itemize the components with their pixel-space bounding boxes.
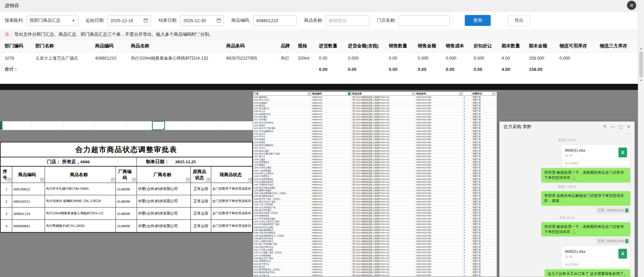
sheet-row[interactable]: 1010-世纪城店 408601210 先行320ml精典泰迪童心弹跳杯TD24…: [253, 116, 497, 118]
more-icon[interactable]: ⋯: [500, 132, 634, 137]
start-date-input[interactable]: 2025-12-15: [107, 15, 151, 26]
sheet-row[interactable]: 1006-春雷店 408601210 先行320ml精典泰迪童心弹跳杯TD24-…: [253, 104, 497, 107]
quoted-file[interactable]: 引用：6666(1).xlsx X: [596, 207, 630, 214]
sheet-row[interactable]: 1036-秀水月/麒龙城市广场店 408601210 先行320ml精典泰迪童心…: [253, 152, 497, 155]
sheet-row[interactable]: 1050-安龙栖北嘉苑店 408601210 先行320ml精典泰迪童心弹跳杯T…: [253, 181, 497, 183]
scroll-up-icon[interactable]: ▲: [638, 46, 644, 51]
scrollbar-thumb[interactable]: [639, 51, 643, 77]
sheet-row[interactable]: 1043-习水希望城店 408601210 先行320ml精典泰迪童心弹跳杯TD…: [253, 169, 497, 172]
sheet-row[interactable]: 1090-习水麒龙印象店 408601210 先行320ml精典泰迪童心弹跳杯T…: [253, 240, 497, 243]
sheet-row[interactable]: 1021-遵义大十字名城店 408601210 先行320ml精典泰迪童心弹跳杯…: [253, 127, 497, 129]
filter-dropdown-icon[interactable]: ▼: [186, 178, 190, 182]
doc-header-cell[interactable]: 原商品状态▼: [191, 167, 211, 183]
filter-dropdown-icon[interactable]: ▼: [132, 178, 136, 182]
sheet-row[interactable]: 1045-华宇七公里茶店 408601210 先行320ml精典泰迪童心弹跳杯T…: [253, 172, 497, 175]
sheet-header-code[interactable]: 商品编码▼: [311, 92, 352, 96]
filter-dropdown-icon[interactable]: ▼: [412, 92, 415, 95]
sheet-row[interactable]: 1101-汇川遵义名城店 408601210 先行320ml精典泰迪童心弹跳杯T…: [253, 248, 497, 251]
pin-icon[interactable]: ⇱: [603, 124, 607, 129]
sheet-row[interactable]: 1049-余庆国贸商都店 408601210 先行320ml精典泰迪童心弹跳杯T…: [253, 178, 497, 181]
selected-cell[interactable]: [152, 121, 165, 130]
sheet-row[interactable]: 9604-乌江电力店 408601210 先行320ml精典泰迪童心弹跳杯TD2…: [253, 274, 497, 277]
filter-dropdown-icon[interactable]: ▼: [111, 178, 115, 182]
sheet-row[interactable]: 2002-花果园D区店 408601210 先行320ml精典泰迪童心弹跳杯TD…: [253, 260, 497, 262]
sheet-header-barcode[interactable]: 商品条码▼: [416, 92, 463, 96]
sheet-row[interactable]: 1056-六盘水凤翔城小区店（三都店） 408601210 先行320ml精典泰…: [253, 192, 497, 195]
filter-dropdown-icon[interactable]: ▼: [248, 178, 252, 182]
sheet-row[interactable]: 1059-紫云解放东路店 408601210 先行320ml精典泰迪童心弹跳杯T…: [253, 195, 497, 197]
sheet-row[interactable]: 1009-花果园G区店 408601210 先行320ml精典泰迪童心弹跳杯TD…: [253, 113, 497, 116]
sheet-row[interactable]: 1016-花溪店 408601210 先行320ml精典泰迪童心弹跳杯TD24-…: [253, 124, 497, 127]
doc-header-cell[interactable]: 现商品状态▼: [211, 167, 253, 183]
sheet-row[interactable]: 1005-南浦路店 408601210 先行320ml精典泰迪童心弹跳杯TD24…: [253, 102, 497, 104]
sheet-row[interactable]: 1040-凯里国际店 408601210 先行320ml精典泰迪童心弹跳杯TD2…: [253, 161, 497, 164]
query-button[interactable]: 查询: [465, 15, 491, 26]
filter-dropdown-icon[interactable]: ▼: [459, 92, 462, 95]
sheet-row[interactable]: 1079-大兴坡金冠商住广场店 408601210 先行320ml精典泰迪童心弹…: [253, 223, 497, 226]
doc-header-cell[interactable]: 商品名称▼: [45, 167, 116, 183]
sheet-row[interactable]: 1060-群升大广场店（已闭店） 408601210 先行320ml精典泰迪童心…: [253, 198, 497, 200]
doc-header-cell[interactable]: 序号▼: [1, 167, 12, 183]
product-code-input[interactable]: [253, 15, 297, 26]
sheet-row[interactable]: 1088-黔西水西印象店 408601210 先行320ml精典泰迪童心弹跳杯T…: [253, 237, 497, 240]
sheet-header-qty[interactable]: [463, 92, 472, 96]
sheet-row[interactable]: 1015-中天未来方舟店 408601210 先行320ml精典泰迪童心弹跳杯T…: [253, 121, 497, 124]
filter-dropdown-icon[interactable]: ▼: [7, 178, 11, 182]
sheet-row[interactable]: 1025-金沙店 408601210 先行320ml精典泰迪童心弹跳杯TD24-…: [253, 133, 497, 135]
sheet-row[interactable]: 1042-仁怀生活城店 408601210 先行320ml精典泰迪童心弹跳杯TD…: [253, 166, 497, 169]
sheet-row[interactable]: 1046-仁怀国贸店 408601210 先行320ml精典泰迪童心弹跳杯TD2…: [253, 175, 497, 178]
file-message[interactable]: 6666(1).xlsx 11.1K X 微信电脑版: [562, 144, 630, 167]
sheet-row[interactable]: 1078-云岩大上海万达广场店 408601210 先行320ml精典泰迪童心弹…: [253, 220, 497, 223]
report-data-row[interactable]: 1078云岩大上海万达广场店408601210先行320ml精典泰迪童心弹跳杯T…: [0, 52, 638, 64]
doc-header-cell[interactable]: 厂商名称▼: [137, 167, 191, 183]
sheet-row[interactable]: 6666-物流特殊处理中心 408601210 先行320ml精典泰迪童心弹跳杯…: [253, 271, 497, 274]
close-icon[interactable]: ✕: [627, 124, 630, 129]
sheet-row[interactable]: 1105-独山万达广场店 408601210 先行320ml精典泰迪童心弹跳杯T…: [253, 257, 497, 260]
sheet-row[interactable]: 1029-凯里店 408601210 先行320ml精典泰迪童心弹跳杯TD24-…: [253, 141, 497, 144]
sheet-row[interactable]: 2010-阳关店 408601210 先行320ml精典泰迪童心弹跳杯TD24-…: [253, 265, 497, 268]
sheet-row[interactable]: 1086-思南县国林春天店（已闭店） 408601210 先行320ml精典泰迪…: [253, 234, 497, 237]
sheet-row[interactable]: 2004-米兰春天店 408601210 先行320ml精典泰迪童心弹跳杯TD2…: [253, 263, 497, 265]
sheet-row[interactable]: 1082-福泉涌洞国际店 408601210 先行320ml精典泰迪童心弹跳杯T…: [253, 229, 497, 231]
doc-header-cell[interactable]: 厂商编码▼: [116, 167, 137, 183]
sheet-row[interactable]: 1041-夏园店 408601210 先行320ml精典泰迪童心弹跳杯TD24-…: [253, 164, 497, 166]
sheet-row[interactable]: 1093-遵义为民购物广场店 408601210 先行320ml精典泰迪童心弹跳…: [253, 243, 497, 245]
store-name-input[interactable]: [399, 15, 450, 26]
sheet-row[interactable]: 1034-保利公园店 408601210 先行320ml精典泰迪童心弹跳杯TD2…: [253, 150, 497, 152]
sheet-row[interactable]: 1052-遵义中建幸福城店 408601210 先行320ml精典泰迪童心弹跳杯…: [253, 186, 497, 189]
sheet-row[interactable]: 1076-桂园南路店 408601210 先行320ml精典泰迪童心弹跳杯TD2…: [253, 214, 497, 217]
maximize-icon[interactable]: ▢: [619, 124, 623, 129]
sheet-row[interactable]: 2012-青利凤凰湾店（已闭店） 408601210 先行320ml精典泰迪童心…: [253, 268, 497, 271]
sheet-row[interactable]: 1062-遵义月坛大广场店 408601210 先行320ml精典泰迪童心弹跳杯…: [253, 200, 497, 203]
sheet-row[interactable]: 1003-城南事店 408601210 先行320ml精典泰迪童心弹跳杯TD24…: [253, 96, 497, 98]
sheet-row[interactable]: 1069-修文珍珠城（已闭店） 408601210 先行320ml精典泰迪童心弹…: [253, 212, 497, 214]
sheet-row[interactable]: 1085-六盘水泉湖国际店 408601210 先行320ml精典泰迪童心弹跳杯…: [253, 231, 497, 234]
sheet-row[interactable]: 1037-德江店 408601210 先行320ml精典泰迪童心弹跳杯TD24-…: [253, 155, 497, 158]
filter-active-icon[interactable]: ▼: [348, 92, 351, 95]
report-type-select[interactable]: 按部门商品汇总 ▼: [27, 15, 78, 26]
sheet-row[interactable]: 1030-修文文诚路都店 408601210 先行320ml精典泰迪童心弹跳杯T…: [253, 144, 497, 147]
sheet-row[interactable]: 1063-习水习月星城店 408601210 先行320ml精典泰迪童心弹跳杯T…: [253, 203, 497, 206]
sheet-row[interactable]: 1094-织金东风时代店 408601210 先行320ml精典泰迪童心弹跳杯T…: [253, 246, 497, 248]
sheet-row[interactable]: 1103-仁怀国酒城店 408601210 先行320ml精典泰迪童心弹跳杯TD…: [253, 254, 497, 257]
filter-dropdown-icon[interactable]: ▼: [206, 178, 210, 182]
sheet-row[interactable]: 1004-双山小区店 408601210 先行320ml精典泰迪童心弹跳杯TD2…: [253, 98, 497, 101]
sheet-row[interactable]: 1031-正安店 408601210 先行320ml精典泰迪童心弹跳杯TD24-…: [253, 147, 497, 149]
scroll-down-icon[interactable]: ▼: [638, 78, 644, 83]
file-message[interactable]: 6666(1).xlsx 11.1K X 微信电脑版: [562, 246, 630, 268]
sheet-row[interactable]: 1011-万科城店 408601210 先行320ml精典泰迪童心弹跳杯TD24…: [253, 118, 497, 121]
sheet-header-status[interactable]: 经营状态▼: [472, 92, 496, 96]
sheet-row[interactable]: 1080-德江时代上城店 408601210 先行320ml精典泰迪童心弹跳杯T…: [253, 226, 497, 229]
doc-header-cell[interactable]: 商品编码▼: [12, 167, 45, 183]
sheet-row[interactable]: 1102-兴义地鑫广场店（已闭店） 408601210 先行320ml精典泰迪童…: [253, 251, 497, 254]
close-icon[interactable]: ✕: [627, 1, 636, 10]
sheet-row[interactable]: 1065-兴仁兴旺财富广场 408601210 先行320ml精典泰迪童心弹跳杯…: [253, 206, 497, 209]
sheet-row[interactable]: 1077-毕节洪南世纪城店 408601210 先行320ml精典泰迪童心弹跳杯…: [253, 217, 497, 220]
sheet-row[interactable]: 1027-毕节店 408601210 先行320ml精典泰迪童心弹跳杯TD24-…: [253, 135, 497, 138]
quoted-file[interactable]: 引用：6666(1).xlsx X: [596, 238, 630, 244]
filter-dropdown-icon[interactable]: ▼: [40, 178, 44, 182]
sheet-row[interactable]: 1051-平塘中央大街店 408601210 先行320ml精典泰迪童心弹跳杯T…: [253, 183, 497, 186]
end-date-input[interactable]: 2025-12-30: [180, 15, 224, 26]
filter-dropdown-icon[interactable]: ▼: [492, 92, 495, 95]
sheet-row[interactable]: 1008-白云店 408601210 先行320ml精典泰迪童心弹跳杯TD24-…: [253, 110, 497, 112]
